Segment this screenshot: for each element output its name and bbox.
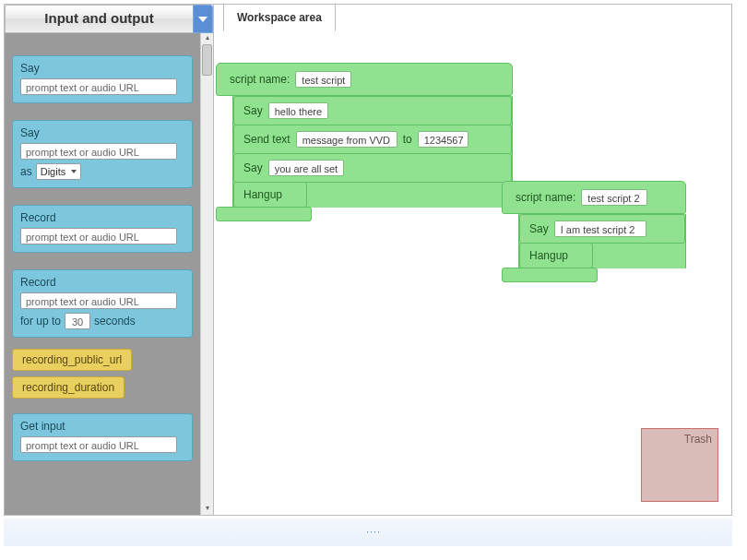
script-name-input[interactable]: test script bbox=[295, 71, 351, 88]
send-msg-input[interactable]: message from VVD bbox=[296, 131, 397, 148]
stmt-say[interactable]: Say you are all set bbox=[233, 153, 512, 183]
script-hat[interactable]: script name: test script bbox=[216, 63, 513, 96]
chevron-down-icon bbox=[198, 17, 208, 22]
getinput-prompt-input[interactable]: prompt text or audio URL bbox=[20, 436, 177, 453]
stmt-label: Hangup bbox=[529, 249, 568, 262]
palette-scrollbar[interactable]: ▴ ▾ bbox=[200, 33, 213, 515]
script-block[interactable]: script name: test script Say hello there… bbox=[216, 63, 513, 221]
as-label: as bbox=[20, 165, 32, 178]
palette-category-dropdown[interactable] bbox=[193, 5, 213, 33]
trash-dropzone[interactable]: Trash bbox=[641, 428, 718, 502]
palette-header: Input and output bbox=[5, 5, 213, 33]
palette-block-recording-url[interactable]: recording_public_url bbox=[12, 349, 132, 371]
palette-block-say[interactable]: Say prompt text or audio URL bbox=[12, 55, 193, 103]
script-name-label: script name: bbox=[516, 191, 575, 204]
say-value-input[interactable]: hello there bbox=[268, 102, 328, 119]
palette-body-wrap: Say prompt text or audio URL Say prompt … bbox=[5, 33, 213, 515]
for-up-to-label: for up to bbox=[20, 315, 61, 328]
script-name-input[interactable]: test script 2 bbox=[581, 189, 647, 206]
stmt-label: Say bbox=[243, 161, 263, 174]
palette-body: Say prompt text or audio URL Say prompt … bbox=[5, 33, 200, 515]
script-closer[interactable] bbox=[502, 268, 598, 282]
stmt-hangup[interactable]: Hangup bbox=[233, 182, 307, 208]
app-frame: Input and output Say prompt text or audi… bbox=[4, 4, 732, 516]
stmt-label: Say bbox=[529, 222, 549, 235]
scroll-up-button[interactable]: ▴ bbox=[201, 33, 213, 44]
seconds-label: seconds bbox=[94, 315, 136, 328]
palette-block-recording-duration[interactable]: recording_duration bbox=[12, 376, 125, 399]
block-label: Say bbox=[20, 126, 184, 139]
svg-marker-0 bbox=[198, 17, 208, 22]
script-stack: Say hello there Send text message from V… bbox=[232, 96, 513, 208]
stmt-label: Send text bbox=[243, 133, 290, 146]
palette-block-record[interactable]: Record prompt text or audio URL bbox=[12, 205, 193, 253]
palette-block-get-input[interactable]: Get input prompt text or audio URL bbox=[12, 413, 193, 461]
block-label: Record bbox=[20, 276, 184, 289]
record-prompt-input[interactable]: prompt text or audio URL bbox=[20, 228, 177, 244]
tab-workspace[interactable]: Workspace area bbox=[223, 4, 336, 31]
say-prompt-input[interactable]: prompt text or audio URL bbox=[20, 143, 177, 160]
footer-link[interactable]: ···· bbox=[0, 526, 747, 537]
script-name-label: script name: bbox=[230, 73, 290, 86]
to-label: to bbox=[403, 133, 412, 146]
stmt-label: Say bbox=[243, 104, 263, 117]
script-closer[interactable] bbox=[216, 207, 312, 221]
palette-block-say-as[interactable]: Say prompt text or audio URL as Digits bbox=[12, 120, 193, 188]
palette-title: Input and output bbox=[5, 5, 193, 33]
palette-block-record-timed[interactable]: Record prompt text or audio URL for up t… bbox=[12, 269, 193, 338]
stmt-label: Hangup bbox=[243, 188, 282, 201]
block-label: Say bbox=[20, 62, 184, 75]
send-to-input[interactable]: 1234567 bbox=[418, 131, 468, 148]
stmt-send-text[interactable]: Send text message from VVD to 1234567 bbox=[233, 125, 512, 154]
stmt-hangup[interactable]: Hangup bbox=[519, 243, 593, 268]
trash-label: Trash bbox=[647, 433, 712, 446]
scroll-down-button[interactable]: ▾ bbox=[201, 504, 213, 515]
workspace-panel: Workspace area script name: test script … bbox=[214, 5, 731, 515]
script-block[interactable]: script name: test script 2 Say I am test… bbox=[502, 181, 686, 282]
stmt-say[interactable]: Say hello there bbox=[233, 96, 512, 125]
workspace-canvas[interactable]: script name: test script Say hello there… bbox=[214, 33, 731, 515]
say-value-input[interactable]: you are all set bbox=[268, 160, 344, 176]
say-value-input[interactable]: I am test script 2 bbox=[554, 220, 646, 237]
scroll-thumb[interactable] bbox=[202, 44, 212, 76]
script-stack: Say I am test script 2 Hangup bbox=[518, 214, 686, 268]
stmt-say[interactable]: Say I am test script 2 bbox=[519, 214, 685, 244]
say-prompt-input[interactable]: prompt text or audio URL bbox=[20, 78, 177, 95]
say-as-dropdown[interactable]: Digits bbox=[36, 163, 82, 180]
block-label: Get input bbox=[20, 420, 184, 433]
script-hat[interactable]: script name: test script 2 bbox=[502, 181, 686, 214]
record-prompt-input[interactable]: prompt text or audio URL bbox=[20, 292, 177, 309]
palette-panel: Input and output Say prompt text or audi… bbox=[5, 5, 214, 515]
block-label: Record bbox=[20, 211, 184, 224]
record-seconds-input[interactable]: 30 bbox=[65, 313, 90, 329]
